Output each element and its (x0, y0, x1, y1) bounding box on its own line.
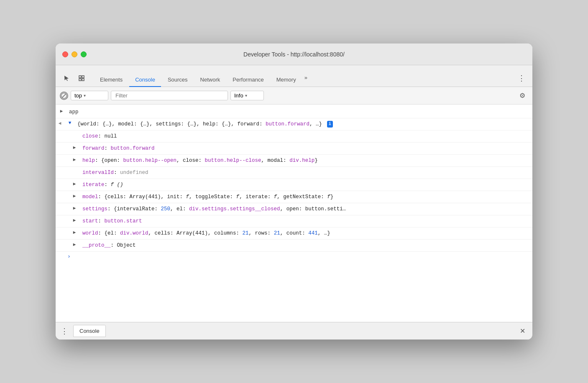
model-end: } (330, 194, 334, 200)
svg-point-4 (61, 93, 67, 98)
close-bottom-panel[interactable]: ✕ (517, 326, 527, 336)
devtools-menu-button[interactable]: ⋮ (516, 72, 527, 84)
console-row-iterate: iterate: f () (56, 179, 532, 191)
row-content-app: app (67, 107, 532, 117)
context-selector[interactable]: top ▾ (71, 91, 108, 100)
help-close: button.help--close (205, 158, 261, 163)
tab-performance[interactable]: Performance (227, 73, 269, 87)
console-row-proto: __proto__: Object (56, 240, 532, 252)
console-row-object: ◀ ▼ {world: {…}, model: {…}, settings: {… (56, 118, 532, 130)
row-gutter-proto (69, 240, 81, 247)
help-comma1: , close: (176, 158, 205, 163)
tab-elements[interactable]: Elements (94, 73, 128, 87)
context-dropdown-arrow: ▾ (84, 93, 86, 98)
console-cursor-row[interactable]: › (56, 252, 532, 261)
colon-interval: : (114, 170, 120, 176)
prop-key-model: model (82, 194, 98, 200)
colon-proto: : Object (111, 243, 136, 248)
cursor-icon[interactable] (61, 72, 72, 84)
tab-bar: Elements Console Sources Network Perform… (56, 65, 532, 87)
expand-start[interactable] (73, 217, 76, 223)
row-gutter-world (69, 228, 81, 235)
prop-val-interval: undefined (120, 170, 148, 176)
settings-el: div.settings.settings__closed (189, 206, 280, 212)
row-content-object: {world: {…}, model: {…}, settings: {…}, … (76, 119, 532, 129)
tab-bar-right: ⋮ (516, 72, 527, 84)
svg-rect-0 (79, 76, 81, 78)
world-rows-label: , rows: (249, 230, 274, 236)
prop-key-iterate: iterate (82, 182, 105, 188)
help-open: button.help--open (123, 158, 177, 163)
row-gutter-start (69, 216, 81, 223)
model-mid3: , getNextState: (277, 194, 327, 200)
help-modal: div.help (289, 158, 314, 163)
console-row-interval: intervalId: undefined (56, 167, 532, 179)
toolbar-icons (61, 72, 87, 84)
expand-forward[interactable] (73, 145, 76, 150)
world-count: 441 (308, 230, 318, 236)
prop-key-help: help (82, 158, 95, 163)
prop-colon: : (98, 133, 105, 139)
row-back-arrow[interactable]: ◀ (56, 119, 64, 126)
expand-model[interactable] (73, 193, 76, 199)
prop-key-close: close (82, 133, 98, 139)
prop-key-world: world (82, 230, 98, 236)
maximize-button[interactable] (81, 51, 87, 57)
prop-val-iterate: f () (111, 182, 123, 188)
close-button[interactable] (62, 51, 68, 57)
prop-key-proto: __proto__ (82, 243, 111, 248)
prop-val-start: button.start (105, 218, 142, 224)
inspect-icon[interactable] (76, 72, 87, 84)
prop-key-forward: forward (82, 146, 105, 151)
log-level-selector[interactable]: Info ▾ (230, 91, 264, 100)
row-content-help: help: {open: button.help--open, close: b… (81, 156, 532, 166)
row-gutter-help (69, 156, 81, 162)
console-row-world: world: {el: div.world, cells: Array(441)… (56, 227, 532, 240)
more-tabs-button[interactable]: » (302, 71, 310, 84)
obj-summary-post: , …} (309, 121, 322, 127)
console-output: ▶ app ◀ ▼ {world: {…}, model: {…}, setti… (56, 105, 532, 322)
console-settings-button[interactable]: ⚙ (516, 90, 528, 102)
console-row-forward: forward: button.forward (56, 143, 532, 155)
model-init: f (186, 194, 189, 200)
tab-memory[interactable]: Memory (271, 73, 302, 87)
help-end: } (314, 158, 318, 163)
model-mid2: , iterate: (239, 194, 274, 200)
svg-rect-3 (82, 79, 84, 81)
expand-iterate[interactable] (73, 181, 76, 186)
filter-input[interactable] (111, 91, 228, 100)
expand-help[interactable] (73, 157, 76, 162)
tab-network[interactable]: Network (194, 73, 226, 87)
row-content-interval: intervalId: undefined (81, 168, 532, 178)
world-col: 21 (243, 230, 249, 236)
bottom-tab-console[interactable]: Console (73, 325, 106, 337)
row-content-settings: settings: {intervalRate: 250, el: div.se… (81, 204, 532, 214)
svg-rect-1 (82, 76, 84, 78)
row-content-world: world: {el: div.world, cells: Array(441)… (81, 228, 532, 238)
expand-arrow-obj[interactable]: ▼ (69, 120, 72, 125)
model-mid: , toggleState: (189, 194, 236, 200)
minimize-button[interactable] (72, 51, 77, 57)
colon-world: : {el: (98, 230, 120, 236)
console-toolbar: top ▾ Info ▾ ⚙ (56, 87, 532, 105)
row-content-start: start: button.start (81, 216, 532, 226)
clear-console-button[interactable] (60, 92, 68, 100)
expand-settings[interactable] (73, 205, 76, 211)
colon-start: : (98, 218, 105, 224)
expand-proto[interactable] (73, 242, 76, 247)
colon-model: : {cells: Array(441), init: (98, 194, 186, 200)
prop-key-interval: intervalId (82, 170, 114, 176)
expand-arrow-app[interactable]: ▶ (60, 108, 63, 114)
bottom-menu-button[interactable]: ⋮ (61, 327, 68, 336)
console-row-app: ▶ app (56, 106, 532, 118)
expand-world[interactable] (73, 230, 76, 235)
info-badge[interactable]: i (327, 121, 333, 128)
tab-console[interactable]: Console (129, 73, 161, 87)
cursor-prompt: › (67, 253, 71, 260)
prop-val-close: null (105, 133, 117, 139)
settings-end: , open: button.setti… (280, 206, 346, 212)
row-gutter-forward (69, 143, 81, 150)
row-content-model: model: {cells: Array(441), init: f, togg… (81, 192, 532, 202)
row-content-proto: __proto__: Object (81, 240, 532, 250)
tab-sources[interactable]: Sources (162, 73, 194, 87)
